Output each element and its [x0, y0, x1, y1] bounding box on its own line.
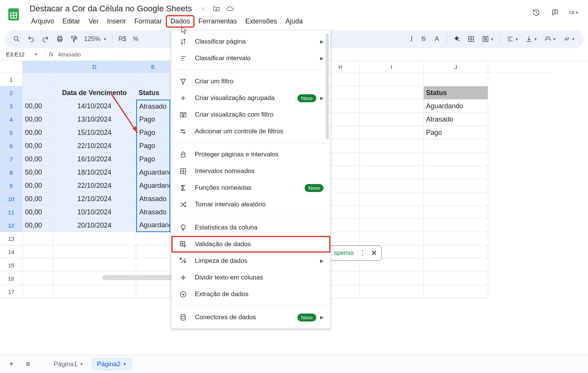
sheet-tabs: + ≡ Página1▼ Página2▼: [0, 355, 588, 373]
svg-line-8: [18, 40, 19, 42]
menu-ajuda[interactable]: Ajuda: [282, 16, 306, 27]
menu-arquivo[interactable]: Arquivo: [27, 16, 58, 27]
menu-inserir[interactable]: Inserir: [103, 16, 130, 27]
fill-color-button[interactable]: [450, 33, 464, 45]
menu-item-extração-de-dados[interactable]: Extração de dados: [171, 286, 330, 303]
menu-item-classificar-intervalo[interactable]: Classificar intervalo▶: [171, 50, 330, 67]
history-icon[interactable]: [531, 8, 541, 17]
menu-item-criar-visualização-com-filtro[interactable]: Criar visualização com filtro: [171, 106, 330, 123]
submenu-arrow-icon: ▶: [320, 258, 324, 264]
row-header[interactable]: 5: [0, 126, 23, 139]
merge-button[interactable]: ▼: [479, 33, 497, 45]
row-header[interactable]: 15: [0, 259, 23, 272]
menu-item-classificar-página[interactable]: Classificar página▶: [171, 33, 330, 50]
menu-item-proteger-páginas-e-intervalos[interactable]: Proteger páginas e intervalos: [171, 146, 330, 163]
menu-formatar[interactable]: Formatar: [131, 16, 166, 27]
menu-item-estatísticas-da-coluna[interactable]: Estatísticas da coluna: [171, 219, 330, 236]
redo-icon[interactable]: [39, 33, 52, 45]
cell-e2[interactable]: Status: [136, 86, 170, 100]
italic-button[interactable]: I: [406, 33, 417, 45]
move-icon[interactable]: [212, 5, 221, 13]
submenu-arrow-icon: ▶: [320, 95, 324, 101]
col-header-d[interactable]: D: [53, 61, 136, 73]
row-header[interactable]: 17: [0, 285, 23, 298]
row-header[interactable]: 10: [0, 192, 23, 206]
menu-extensoes[interactable]: Extensões: [241, 16, 281, 27]
cell-j2[interactable]: Status: [424, 86, 488, 100]
row-header[interactable]: 11: [0, 206, 23, 219]
menu-item-intervalos-nomeados[interactable]: Intervalos nomeados: [171, 163, 330, 179]
halign-button[interactable]: ▼: [503, 33, 521, 45]
filter-view-icon: [178, 111, 188, 119]
row-header[interactable]: 14: [0, 245, 23, 259]
dropdown-chip[interactable]: spenso ⋮ ✕: [329, 245, 382, 261]
row-header[interactable]: 7: [0, 153, 23, 166]
row-header[interactable]: 6: [0, 139, 23, 153]
menu-item-tornar-intervalo-aleatório[interactable]: Tornar intervalo aleatório: [171, 196, 330, 213]
cell-d2[interactable]: Data de Vencimento: [53, 86, 136, 100]
svg-point-45: [181, 315, 185, 317]
menu-ferramentas[interactable]: Ferramentas: [194, 16, 241, 27]
menu-dados[interactable]: Dados: [166, 16, 194, 27]
wrap-button[interactable]: ▼: [541, 33, 559, 45]
menu-item-criar-um-filtro[interactable]: Criar um filtro: [171, 73, 330, 90]
menu-item-criar-visualização-agrupada[interactable]: Criar visualização agrupadaNovo▶: [171, 90, 330, 106]
percent-button[interactable]: %: [130, 33, 142, 45]
wand-icon: [178, 257, 188, 265]
row-header[interactable]: 13: [0, 232, 23, 245]
novo-badge: Novo: [297, 314, 316, 321]
menu-ver[interactable]: Ver: [85, 16, 103, 27]
row-header[interactable]: 3: [0, 100, 23, 113]
tab-pagina2[interactable]: Página2▼: [92, 357, 132, 371]
paint-format-icon[interactable]: [67, 33, 81, 45]
sheets-logo[interactable]: [6, 7, 21, 22]
row-header[interactable]: 2: [0, 86, 23, 100]
menubar: Arquivo Editar Ver Inserir Formatar Dado…: [27, 16, 531, 27]
meet-icon[interactable]: ▼: [569, 8, 579, 17]
menu-item-limpeza-de-dados[interactable]: Limpeza de dados▶: [171, 253, 330, 269]
zoom-select[interactable]: 125% ▼: [82, 33, 109, 45]
menu-item-dividir-texto-em-colunas[interactable]: Dividir texto em colunas: [171, 269, 330, 286]
col-header-i[interactable]: I: [359, 61, 424, 73]
row-header[interactable]: 16: [0, 272, 23, 285]
col-header[interactable]: [23, 61, 53, 73]
print-icon[interactable]: [53, 33, 67, 45]
select-all-corner[interactable]: [0, 61, 23, 73]
menu-item-adicionar-um-controle-de-filtros[interactable]: Adicionar um controle de filtros: [171, 123, 330, 140]
comment-icon[interactable]: [550, 8, 560, 17]
close-icon[interactable]: ✕: [371, 249, 377, 257]
name-box[interactable]: E3:E12▼: [3, 50, 41, 59]
row-header[interactable]: 8: [0, 166, 23, 179]
text-color-button[interactable]: A: [430, 33, 443, 45]
currency-button[interactable]: R$: [115, 33, 129, 45]
doc-title[interactable]: Destacar a Cor da Célula no Google Sheet…: [27, 3, 194, 14]
menu-editar[interactable]: Editar: [59, 16, 84, 27]
col-header-e[interactable]: E: [136, 61, 170, 73]
star-icon[interactable]: ☆: [199, 5, 207, 13]
svg-point-35: [184, 132, 185, 133]
all-sheets-button[interactable]: ≡: [21, 357, 35, 371]
row-header[interactable]: 9: [0, 179, 23, 192]
formula-value[interactable]: Atrasado: [58, 51, 81, 58]
strike-button[interactable]: S: [418, 33, 429, 45]
tab-pagina1[interactable]: Página1▼: [48, 357, 89, 371]
svg-rect-12: [72, 36, 75, 38]
search-icon[interactable]: [10, 33, 23, 45]
row-header[interactable]: 12: [0, 219, 23, 232]
add-sheet-button[interactable]: +: [5, 357, 18, 371]
menu-item-conectores-de-dados[interactable]: Conectores de dadosNovo▶: [171, 309, 330, 326]
row-header[interactable]: 4: [0, 113, 23, 126]
undo-icon[interactable]: [24, 33, 38, 45]
menu-item-funções-nomeadas[interactable]: ΣFunções nomeadasNovo: [171, 179, 330, 196]
svg-rect-10: [58, 36, 61, 38]
kebab-icon[interactable]: ⋮: [359, 249, 366, 257]
col-header-j[interactable]: J: [424, 61, 488, 73]
borders-button[interactable]: [464, 33, 478, 45]
row-header[interactable]: 1: [0, 73, 23, 86]
valign-button[interactable]: ▼: [522, 33, 540, 45]
cloud-icon[interactable]: [226, 5, 234, 13]
shuffle-icon: [178, 201, 188, 208]
menu-item-validação-de-dados[interactable]: Validação de dados: [171, 236, 330, 253]
rotate-button[interactable]: A▼: [560, 33, 578, 45]
svg-rect-36: [181, 154, 185, 157]
